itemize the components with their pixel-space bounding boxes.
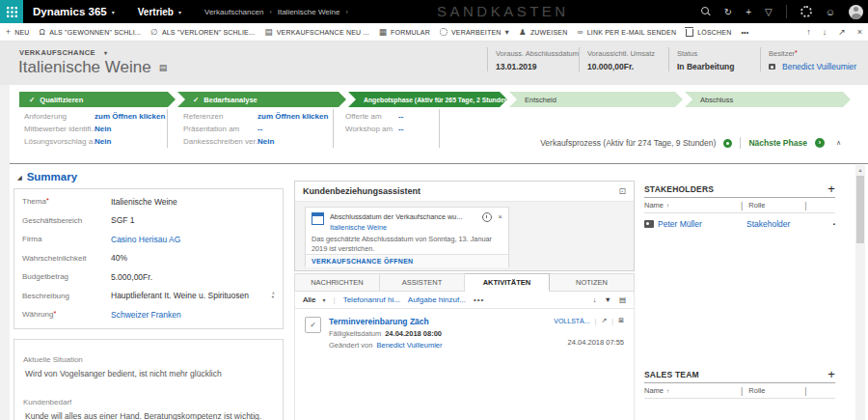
need-value[interactable]: Kunde will alles aus einer Hand. Beratun… bbox=[23, 411, 274, 420]
next-phase-arrow-icon[interactable]: › bbox=[815, 138, 825, 148]
help-icon[interactable]: ☺ bbox=[826, 7, 835, 17]
stakeholder-row[interactable]: Peter Müller Stakeholder ▪ bbox=[644, 213, 835, 235]
stage-angebotsphase[interactable]: Angebotsphase (Aktiv für 265 Tage, 2 Stu… bbox=[348, 92, 507, 107]
owner-link[interactable]: Benedict Vuilleumier bbox=[782, 62, 856, 71]
chevron-down-icon[interactable]: ▾ bbox=[178, 9, 181, 15]
stakeholder-role-link[interactable]: Stakeholder bbox=[746, 219, 790, 229]
next-record-icon[interactable]: ↓ bbox=[823, 27, 827, 37]
form-selector-icon[interactable]: ▤ bbox=[159, 63, 168, 72]
more-activities-button[interactable]: ••• bbox=[474, 295, 484, 304]
open-opportunity-action[interactable]: VERKAUFSCHANCE ÖFFNEN bbox=[306, 254, 508, 267]
process-field-value[interactable]: Nein bbox=[95, 137, 111, 146]
sort-ascending-icon: ↑ bbox=[666, 388, 669, 394]
stage-abschluss[interactable]: Abschluss bbox=[685, 92, 851, 107]
field-beschreibung[interactable]: BeschreibungHauptlieferant It. Weine u. … bbox=[22, 287, 275, 306]
add-task-button[interactable]: Aufgabe hinzuf... bbox=[408, 295, 466, 304]
email-link-button[interactable]: ∞LINK PER E-MAIL SENDEN bbox=[577, 28, 676, 36]
column-role[interactable]: Rolle bbox=[748, 201, 804, 210]
filter-icon[interactable]: ▽ bbox=[765, 7, 773, 17]
situation-value[interactable]: Wird von Vogelsanger bedient, ist nicht … bbox=[23, 369, 274, 378]
chevron-down-icon[interactable]: ▾ bbox=[112, 9, 115, 15]
process-field-value[interactable]: zum Öffnen klicken bbox=[258, 112, 328, 121]
open-record-icon[interactable]: ↗ bbox=[601, 317, 607, 324]
summary-section-header[interactable]: ◢ Summary bbox=[17, 171, 77, 182]
breadcrumb-item[interactable]: Verkaufschancen bbox=[204, 8, 263, 16]
quick-create-icon[interactable]: + bbox=[746, 7, 751, 17]
close-as-won-button[interactable]: ΩALS "GEWONNEN" SCHLI... bbox=[40, 28, 142, 36]
more-commands-button[interactable]: ••• bbox=[741, 29, 748, 36]
activity-title-link[interactable]: Terminvereinbarung Zäch bbox=[329, 317, 546, 326]
process-field-value[interactable]: zum Öffnen klicken bbox=[95, 112, 165, 121]
mark-complete-button[interactable]: VOLLSTÄ... bbox=[554, 318, 589, 324]
field-budgetbetrag[interactable]: Budgetbetrag5.000,00Fr. bbox=[22, 267, 275, 287]
tab-nachrichten[interactable]: NACHRICHTEN bbox=[294, 273, 380, 292]
left-gutter bbox=[0, 85, 10, 420]
entity-type-selector[interactable]: VERKAUFSCHANCE ▾ bbox=[19, 48, 107, 57]
module-switcher[interactable]: Vertrieb bbox=[138, 7, 174, 17]
process-field-value[interactable]: -- bbox=[398, 112, 403, 121]
field-geschaeftsbereich[interactable]: GeschäftsbereichSGF 1 bbox=[22, 211, 275, 231]
breadcrumb-item[interactable]: Italienische Weine bbox=[278, 8, 340, 16]
card-record-link[interactable]: Italienische Weine bbox=[330, 223, 463, 232]
recalculate-opportunity-button[interactable]: ▤VERKAUFSCHANCE NEU ... bbox=[264, 28, 368, 36]
tab-assistent[interactable]: ASSISTENT bbox=[380, 273, 465, 292]
add-stakeholder-button[interactable]: + bbox=[827, 182, 835, 196]
currency-link[interactable]: Schweizer Franken bbox=[111, 310, 181, 320]
recent-items-icon[interactable]: ↻ bbox=[724, 7, 732, 17]
snooze-clock-icon[interactable] bbox=[482, 212, 492, 222]
app-launcher-button[interactable] bbox=[0, 0, 23, 23]
column-name[interactable]: Name bbox=[644, 201, 664, 210]
stage-entscheid[interactable]: Entscheid bbox=[509, 92, 683, 107]
column-role[interactable]: Rolle bbox=[748, 386, 804, 395]
person-icon: Ω bbox=[40, 28, 46, 36]
add-sales-team-button[interactable]: + bbox=[827, 367, 835, 381]
column-name[interactable]: Name bbox=[644, 386, 664, 395]
new-button[interactable]: +NEU bbox=[6, 28, 30, 36]
divider bbox=[740, 137, 741, 149]
tab-notizen[interactable]: NOTIZEN bbox=[550, 273, 635, 292]
search-icon[interactable] bbox=[701, 7, 711, 16]
sort-icon[interactable]: ↓ bbox=[593, 295, 597, 304]
process-field-value[interactable]: -- bbox=[258, 125, 262, 133]
stage-bedarfsanalyse[interactable]: ✓ Bedarfsanalyse bbox=[177, 92, 346, 107]
form-button[interactable]: ▦FORMULAR bbox=[379, 28, 430, 36]
activity-filter-dropdown[interactable]: Alle ▾ bbox=[303, 295, 326, 304]
delete-button[interactable]: LÖSCHEN bbox=[686, 27, 731, 37]
feedback-icon[interactable]: ⊡ bbox=[618, 186, 626, 196]
field-firma[interactable]: FirmaCasino Herisau AG bbox=[22, 230, 275, 249]
assign-button[interactable]: ♟ZUWEISEN bbox=[519, 28, 567, 36]
field-thema[interactable]: Thema*Italienische Weine bbox=[22, 192, 275, 211]
stage-qualifizieren[interactable]: ✓ Qualifizieren bbox=[19, 92, 176, 107]
process-field-value[interactable]: Nein bbox=[95, 125, 111, 133]
field-waehrung[interactable]: Währung*Schweizer Franken bbox=[22, 305, 275, 324]
collapse-process-icon[interactable]: ∧ bbox=[836, 139, 841, 147]
scrollbar-thumb[interactable] bbox=[856, 176, 864, 243]
next-phase-button[interactable]: Nächste Phase bbox=[748, 138, 806, 148]
popout-icon[interactable]: ↗ bbox=[838, 27, 846, 37]
scroll-up-button[interactable]: ▲ bbox=[855, 165, 865, 175]
vertical-scrollbar[interactable]: ▲ bbox=[855, 165, 865, 420]
dismiss-card-icon[interactable]: × bbox=[498, 212, 502, 221]
tab-aktivitaeten[interactable]: AKTIVITÄTEN bbox=[465, 273, 550, 292]
scroll-stepper[interactable]: ∧▾ bbox=[272, 292, 275, 300]
modified-by-link[interactable]: Benedict Vuilleumier bbox=[376, 341, 442, 350]
close-icon[interactable]: × bbox=[857, 27, 862, 37]
settings-gear-icon[interactable] bbox=[800, 6, 812, 17]
user-avatar[interactable] bbox=[849, 5, 863, 19]
close-activity-icon[interactable]: ⊠ bbox=[618, 317, 624, 324]
close-as-lost-button[interactable]: ∅ALS "VERLOREN" SCHLIE... bbox=[150, 28, 255, 36]
filter-funnel-icon[interactable]: ▼ bbox=[604, 295, 610, 304]
account-link[interactable]: Casino Herisau AG bbox=[111, 235, 180, 244]
grid-view-icon[interactable]: ▤ bbox=[619, 295, 626, 304]
role-dropdown-icon[interactable]: ▪ bbox=[833, 221, 835, 227]
process-field-value[interactable]: Nein bbox=[258, 137, 274, 146]
field-wahrscheinlichkeit[interactable]: Wahrscheinlichkeit40% bbox=[22, 249, 275, 268]
stakeholders-panel: STAKEHOLDERS + Name↑ | Rolle | Peter Mül… bbox=[644, 181, 835, 235]
app-name[interactable]: Dynamics 365 bbox=[33, 6, 107, 17]
process-button[interactable]: VERARBEITEN▾ bbox=[440, 28, 509, 36]
add-phone-call-button[interactable]: Telefonanruf hi... bbox=[343, 295, 400, 304]
previous-record-icon[interactable]: ↑ bbox=[806, 27, 811, 37]
process-field-value[interactable]: -- bbox=[398, 125, 403, 133]
activity-row[interactable]: ✓ Terminvereinbarung Zäch Fälligkeitsdat… bbox=[305, 317, 624, 350]
stakeholder-name-link[interactable]: Peter Müller bbox=[658, 219, 741, 229]
